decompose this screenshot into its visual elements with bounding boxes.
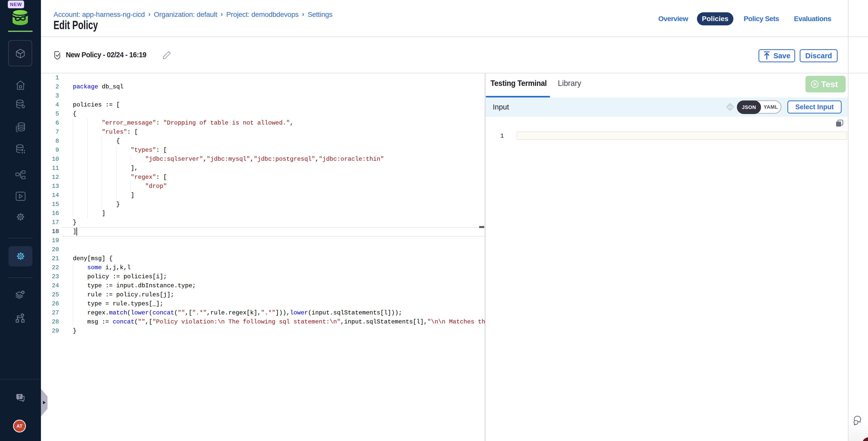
svg-text:</>: </> (727, 105, 733, 109)
svg-text:?: ? (18, 395, 21, 399)
